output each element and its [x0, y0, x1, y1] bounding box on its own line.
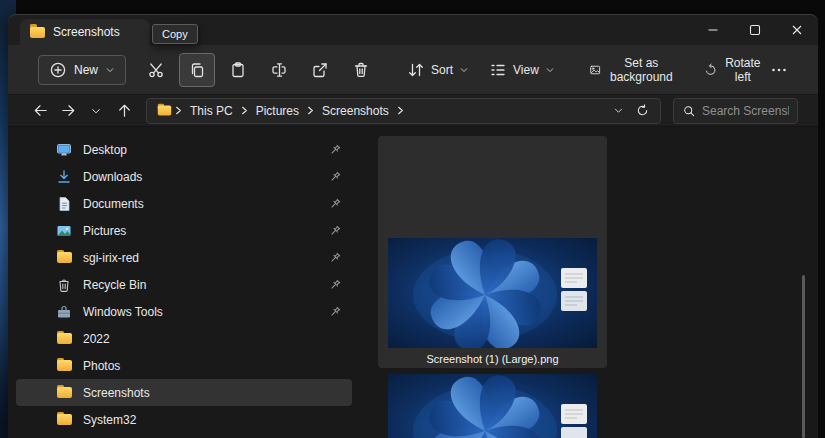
sidebar-item-photos[interactable]: Photos: [16, 352, 352, 379]
breadcrumb-this-pc[interactable]: This PC: [185, 102, 238, 120]
scrollbar-thumb[interactable]: [802, 275, 805, 438]
chevron-down-icon: [105, 65, 115, 75]
sidebar-item-label: Downloads: [83, 170, 317, 184]
copy-tooltip: Copy: [152, 24, 198, 44]
downloads-icon: [56, 169, 72, 185]
set-as-background-label: Set as background: [607, 56, 675, 84]
window-tab[interactable]: Screenshots: [20, 19, 150, 45]
back-button[interactable]: [26, 97, 54, 125]
copy-button[interactable]: [179, 53, 215, 87]
file-name-label: Screenshot (1) (Large).png: [382, 353, 603, 365]
folder-icon: [56, 412, 72, 428]
rotate-left-icon: [704, 61, 717, 79]
maximize-icon: [747, 22, 763, 38]
arrow-left-icon: [32, 102, 49, 119]
breadcrumb-chevron-icon: [239, 105, 250, 116]
pin-icon: [328, 224, 342, 238]
delete-button[interactable]: [343, 53, 379, 87]
share-icon: [311, 61, 329, 79]
trash-icon: [352, 61, 370, 79]
chevron-down-icon: [459, 65, 469, 75]
rotate-left-button[interactable]: Rotate left: [698, 50, 769, 90]
sidebar-item-label: Documents: [83, 197, 317, 211]
rename-icon: [270, 61, 288, 79]
set-as-background-button[interactable]: Set as background: [583, 50, 682, 90]
breadcrumb-pictures[interactable]: Pictures: [251, 102, 304, 120]
arrow-right-icon: [60, 102, 77, 119]
sidebar-item-label: Photos: [83, 359, 342, 373]
breadcrumb-chevron-icon: [395, 105, 406, 116]
paste-icon: [229, 61, 247, 79]
navigation-pane: Desktop Downloads Documents: [8, 127, 360, 438]
recent-locations-button[interactable]: [82, 97, 110, 125]
more-options-button[interactable]: [769, 53, 789, 87]
refresh-button[interactable]: [630, 100, 654, 122]
file-tile-selected[interactable]: Screenshot (1) (Large).png: [378, 136, 607, 368]
pin-icon: [328, 251, 342, 265]
sidebar-item-screenshots[interactable]: Screenshots: [16, 379, 352, 406]
file-tile[interactable]: [378, 373, 607, 438]
search-box[interactable]: [673, 98, 798, 124]
file-thumbnail: [388, 238, 597, 348]
breadcrumb-screenshots[interactable]: Screenshots: [317, 102, 394, 120]
view-button[interactable]: View: [483, 55, 561, 85]
share-button[interactable]: [302, 53, 338, 87]
desktop-icon: [56, 142, 72, 158]
sidebar-item-label: sgi-irix-red: [83, 251, 317, 265]
pin-icon: [328, 197, 342, 211]
breadcrumb-chevron-icon: [173, 105, 184, 116]
sidebar-item-system32[interactable]: System32: [16, 406, 352, 433]
minimize-button[interactable]: [692, 15, 734, 45]
refresh-icon: [635, 103, 650, 118]
sort-button[interactable]: Sort: [401, 55, 475, 85]
address-bar: This PC Pictures Screenshots: [8, 95, 818, 127]
image-icon: [589, 61, 601, 79]
sidebar-item-documents[interactable]: Documents: [16, 190, 352, 217]
rename-button[interactable]: [261, 53, 297, 87]
sidebar-item-label: Desktop: [83, 143, 317, 157]
close-icon: [789, 22, 805, 38]
wallpaper-bloom-image: [388, 374, 597, 438]
breadcrumb-bar[interactable]: This PC Pictures Screenshots: [146, 98, 661, 124]
explorer-window: Screenshots New: [8, 14, 818, 438]
plus-circle-icon: [49, 61, 67, 79]
sidebar-item-2022[interactable]: 2022: [16, 325, 352, 352]
sidebar-item-sgi-irix-red[interactable]: sgi-irix-red: [16, 244, 352, 271]
tools-icon: [56, 304, 72, 320]
sidebar-item-windows-tools[interactable]: Windows Tools: [16, 298, 352, 325]
maximize-button[interactable]: [734, 15, 776, 45]
minimize-icon: [705, 22, 721, 38]
window-controls: [692, 15, 818, 45]
chevron-down-icon: [613, 105, 624, 116]
sidebar-item-label: Pictures: [83, 224, 317, 238]
ellipsis-icon: [770, 61, 788, 79]
sidebar-item-desktop[interactable]: Desktop: [16, 136, 352, 163]
view-icon: [489, 61, 507, 79]
new-button[interactable]: New: [38, 55, 126, 85]
paste-button[interactable]: [220, 53, 256, 87]
sidebar-item-label: System32: [83, 413, 342, 427]
up-button[interactable]: [110, 97, 138, 125]
sidebar-item-label: Recycle Bin: [83, 278, 317, 292]
address-dropdown-button[interactable]: [606, 100, 630, 122]
chevron-down-icon: [90, 105, 102, 117]
sidebar-item-pictures[interactable]: Pictures: [16, 217, 352, 244]
sidebar-item-recycle-bin[interactable]: Recycle Bin: [16, 271, 352, 298]
arrow-up-icon: [116, 102, 133, 119]
copy-icon: [188, 61, 206, 79]
vertical-scrollbar[interactable]: [802, 275, 805, 438]
folder-icon: [56, 385, 72, 401]
files-pane: Screenshot (1) (Large).png: [360, 127, 818, 438]
folder-icon: [56, 358, 72, 374]
forward-button[interactable]: [54, 97, 82, 125]
folder-icon: [56, 331, 72, 347]
pin-icon: [328, 143, 342, 157]
cut-button[interactable]: [138, 53, 174, 87]
search-input[interactable]: [702, 104, 789, 118]
breadcrumb-chevron-icon: [305, 105, 316, 116]
sidebar-item-label: Windows Tools: [83, 305, 317, 319]
sidebar-item-downloads[interactable]: Downloads: [16, 163, 352, 190]
content-area: Desktop Downloads Documents: [8, 127, 818, 438]
new-button-label: New: [74, 63, 98, 77]
close-button[interactable]: [776, 15, 818, 45]
